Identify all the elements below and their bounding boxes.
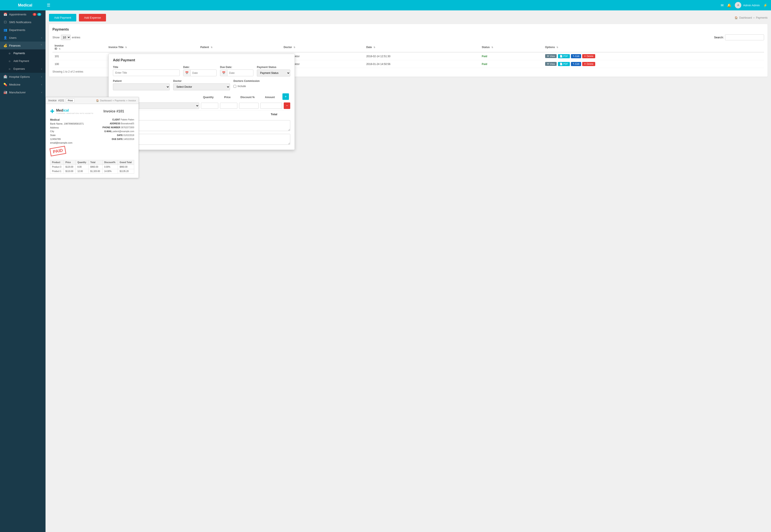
total-label: Total — [271, 113, 277, 116]
form-group-doctor: Doctor Select Doctor — [173, 79, 230, 90]
sidebar-item-payments[interactable]: ○ Payments — [0, 49, 45, 57]
price-input[interactable] — [220, 103, 237, 109]
notes-section-2 — [113, 134, 290, 145]
invoice-table: ProductPriceQuantityTotalDiscount%Grand … — [50, 160, 134, 174]
user-menu[interactable]: A Admin Admin — [735, 2, 760, 8]
chevron-icon: ‹ — [41, 75, 42, 78]
sidebar-item-label: Medicine — [9, 83, 41, 86]
patient-select[interactable] — [113, 83, 170, 90]
avatar: A — [735, 2, 741, 8]
main-layout: 📅 Appointments 0 0 ☐ SMS Notifications 👥… — [0, 10, 771, 532]
form-group-commission: Doctors Commission Include — [233, 79, 290, 88]
top-nav-right: ✉ 🔔 A Admin Admin ⚡ — [721, 2, 768, 8]
hamburger-icon[interactable]: ☰ — [47, 3, 50, 8]
main-content: Add Payment Add Expense 🏠 Dashboard » Pa… — [45, 10, 771, 532]
invoice-id-label: #101 — [58, 99, 64, 102]
sidebar-item-users[interactable]: 👤 Users ‹ — [0, 34, 45, 42]
sidebar-item-hospital-options[interactable]: 🏥 Hospital Options ‹ — [0, 73, 45, 81]
invoice-header-row: ✚ Medical TURNING INNOVATION INTO ASSETS… — [50, 108, 134, 114]
chevron-down-icon: ˅ — [41, 44, 42, 47]
finances-icon: 💰 — [3, 44, 7, 47]
mail-icon[interactable]: ✉ — [721, 3, 724, 7]
calendar-icon: 📅 — [183, 70, 190, 76]
invoice-panel: Invoice #101 Print 🏠 Dashboard » Payment… — [45, 97, 139, 178]
total-row: Total — [113, 110, 290, 118]
sidebar-item-manufacturer[interactable]: 🏭 Manufacturer ‹ — [0, 88, 45, 96]
qty-input[interactable] — [201, 103, 218, 109]
col-price-header: Price — [219, 96, 236, 99]
top-nav: Medical ☰ ✉ 🔔 A Admin Admin ⚡ — [0, 0, 771, 10]
breadcrumb-icon: 🏠 — [96, 99, 99, 102]
medicine-icon: 💊 — [3, 83, 7, 86]
sidebar-item-add-payment[interactable]: ○ Add Payment — [0, 57, 45, 65]
items-row: − — [113, 102, 290, 109]
appointments-icon: 📅 — [3, 13, 7, 16]
sidebar-item-appointments[interactable]: 📅 Appointments 0 0 — [0, 10, 45, 18]
sidebar-item-label: Finances — [9, 44, 41, 47]
sidebar-item-medicine[interactable]: 💊 Medicine ‹ — [0, 81, 45, 88]
doctor-label: Doctor — [173, 79, 230, 83]
modal-title: Add Payment — [113, 58, 290, 62]
sidebar-item-label: Add Payment — [13, 60, 42, 63]
chevron-icon: ‹ — [41, 36, 42, 39]
sidebar-item-departments[interactable]: 👥 Departments — [0, 26, 45, 34]
title-input[interactable] — [113, 70, 180, 76]
paid-stamp: PAID — [49, 146, 66, 156]
invoice-body: ✚ Medical TURNING INNOVATION INTO ASSETS… — [46, 104, 138, 178]
chevron-icon: ‹ — [41, 91, 42, 94]
sidebar-item-expenses[interactable]: ○ Expenses ‹ — [0, 65, 45, 73]
amount-input[interactable] — [260, 103, 282, 109]
logo-subtitle: TURNING INNOVATION INTO ASSETS — [56, 112, 93, 114]
invoice-breadcrumb-dashboard: Dashboard — [100, 99, 112, 102]
users-icon: 👤 — [3, 36, 7, 39]
remove-item-button[interactable]: − — [284, 102, 290, 109]
calendar-icon-2: 📅 — [220, 70, 227, 76]
invoice-logo: ✚ Medical TURNING INNOVATION INTO ASSETS — [50, 108, 93, 114]
commission-include-label: Include — [237, 85, 246, 88]
items-header: Quantity Price Discount % Amount + — [113, 93, 290, 101]
form-group-patient: Patient — [113, 79, 170, 90]
invoice-topbar: Invoice #101 Print 🏠 Dashboard » Payment… — [46, 97, 138, 104]
notes-textarea-1[interactable] — [113, 120, 290, 131]
notes-textarea-2[interactable] — [113, 134, 290, 145]
print-button[interactable]: Print — [66, 99, 75, 102]
discount-input[interactable] — [239, 103, 258, 109]
payment-status-select[interactable]: Payment Status Paid Unpaid Pending — [257, 70, 290, 76]
add-item-button[interactable]: + — [282, 93, 289, 100]
invoice-col-header: Total — [88, 160, 102, 165]
patient-label: Patient — [113, 79, 170, 83]
share-icon[interactable]: ⚡ — [763, 3, 768, 7]
invoice-middle: Medical Bank Name, 198789658581571 Addre… — [50, 118, 134, 157]
doctor-section: Patient Doctor Select Doctor — [113, 79, 290, 90]
circle-icon: ○ — [8, 59, 11, 63]
doctor-select[interactable]: Select Doctor — [173, 83, 230, 90]
due-date-label: Due Date: — [220, 66, 253, 69]
invoice-client-info: CLIENT Patietn Patien ADDRESS Bosnakona5… — [102, 118, 134, 157]
due-date-input[interactable] — [227, 70, 253, 76]
logo-med: Medical — [56, 109, 69, 112]
notes-section-1 — [113, 120, 290, 132]
date-input[interactable] — [190, 70, 216, 76]
invoice-col-header: Product — [50, 160, 64, 165]
discount-input-wrapper — [239, 103, 258, 109]
sidebar-item-label: Expenses — [13, 67, 41, 70]
bell-icon[interactable]: 🔔 — [727, 3, 731, 7]
add-row-button-header: + — [282, 93, 290, 100]
status-label: Payment Status — [257, 66, 290, 69]
commission-checkbox[interactable] — [233, 85, 236, 88]
price-input-wrapper — [220, 103, 237, 109]
modal-form-row-1: Title Date: 📅 Due Date: — [113, 66, 290, 76]
admin-name: Admin Admin — [743, 4, 760, 7]
app-wrapper: Medical ☰ ✉ 🔔 A Admin Admin ⚡ 📅 Appointm… — [0, 0, 771, 532]
amount-input-wrapper — [260, 103, 282, 109]
sidebar-item-finances[interactable]: 💰 Finances ˅ — [0, 42, 45, 49]
title-label: Title — [113, 66, 180, 69]
sidebar-item-label: Departments — [9, 28, 42, 32]
invoice-col-header: Grand Total — [118, 160, 134, 165]
departments-icon: 👥 — [3, 28, 7, 32]
invoice-breadcrumb-payments: Payments — [115, 99, 125, 102]
brand-logo: Medical — [3, 3, 47, 8]
invoice-col-header: Price — [64, 160, 76, 165]
sidebar-item-sms[interactable]: ☐ SMS Notifications — [0, 18, 45, 26]
badge-red: 0 — [33, 13, 37, 16]
